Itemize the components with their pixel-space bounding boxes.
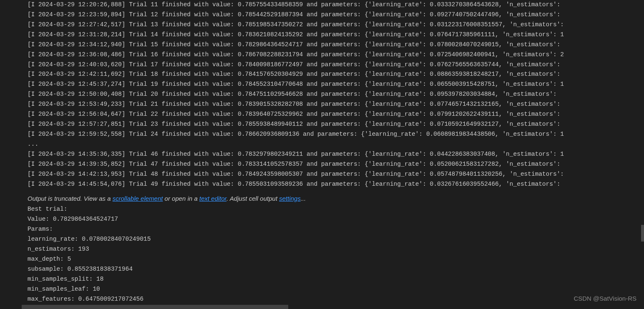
- log-line: [I 2024-03-29 12:20:26,888] Trial 11 fin…: [27, 0, 644, 10]
- result-line: learning_rate: 0.07800284070249015: [27, 234, 644, 244]
- result-line: Params:: [27, 224, 644, 234]
- result-line: max_features: 0.6475009217072456: [27, 294, 644, 304]
- truncate-text: or open in a: [163, 195, 200, 202]
- log-line: [I 2024-03-29 12:45:37,274] Trial 19 fin…: [27, 80, 644, 90]
- vertical-scrollbar[interactable]: [641, 225, 644, 242]
- settings-link[interactable]: settings: [279, 195, 301, 202]
- log-ellipsis: ...: [27, 140, 644, 150]
- log-line: [I 2024-03-29 12:56:04,647] Trial 22 fin…: [27, 110, 644, 120]
- log-line: [I 2024-03-29 12:42:11,692] Trial 18 fin…: [27, 70, 644, 80]
- result-line: min_samples_split: 18: [27, 274, 644, 284]
- log-line: [I 2024-03-29 12:31:28,214] Trial 14 fin…: [27, 30, 644, 40]
- log-line: [I 2024-03-29 14:39:35,852] Trial 47 fin…: [27, 159, 644, 169]
- text-editor-link[interactable]: text editor: [199, 195, 226, 202]
- log-line: [I 2024-03-29 12:59:52,558] Trial 24 fin…: [27, 130, 644, 140]
- result-output-block: Best trial: Value: 0.7829864364524717 Pa…: [27, 204, 644, 304]
- log-line: [I 2024-03-29 12:57:27,851] Trial 23 fin…: [27, 120, 644, 130]
- notebook-output: [I 2024-03-29 12:20:26,888] Trial 11 fin…: [0, 0, 644, 304]
- scrollable-element-link[interactable]: scrollable element: [112, 195, 163, 202]
- result-line: min_samples_leaf: 10: [27, 284, 644, 294]
- result-line: Best trial:: [27, 204, 644, 214]
- csdn-watermark: CSDN @SatVision-RS: [574, 294, 637, 304]
- log-line: [I 2024-03-29 12:53:49,233] Trial 21 fin…: [27, 100, 644, 110]
- result-line: subsample: 0.8552381838371964: [27, 264, 644, 274]
- log-line: [I 2024-03-29 14:42:13,953] Trial 48 fin…: [27, 169, 644, 179]
- log-line: [I 2024-03-29 14:45:54,076] Trial 49 fin…: [27, 179, 644, 189]
- log-line: [I 2024-03-29 12:40:03,620] Trial 17 fin…: [27, 60, 644, 70]
- log-line: [I 2024-03-29 12:27:42,517] Trial 13 fin…: [27, 20, 644, 30]
- truncate-text: Output is truncated. View as a: [27, 195, 112, 202]
- truncate-text: . Adjust cell output: [227, 195, 279, 202]
- log-line: [I 2024-03-29 12:36:08,486] Trial 16 fin…: [27, 50, 644, 60]
- result-line: max_depth: 5: [27, 254, 644, 264]
- log-line: [I 2024-03-29 14:35:36,335] Trial 46 fin…: [27, 150, 644, 159]
- log-line: [I 2024-03-29 12:34:12,940] Trial 15 fin…: [27, 40, 644, 50]
- horizontal-scrollbar[interactable]: [22, 305, 288, 309]
- result-line: Value: 0.7829864364524717: [27, 214, 644, 224]
- log-output-block: [I 2024-03-29 12:20:26,888] Trial 11 fin…: [27, 0, 644, 189]
- log-line: [I 2024-03-29 12:23:59,894] Trial 12 fin…: [27, 10, 644, 20]
- result-line: n_estimators: 193: [27, 244, 644, 254]
- log-line: [I 2024-03-29 12:50:00,408] Trial 20 fin…: [27, 90, 644, 100]
- truncate-text: ...: [301, 195, 306, 202]
- output-truncated-notice: Output is truncated. View as a scrollabl…: [27, 189, 644, 205]
